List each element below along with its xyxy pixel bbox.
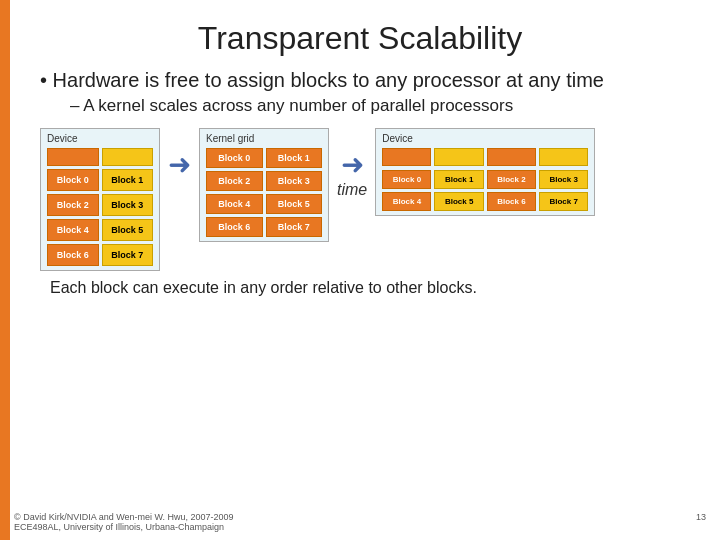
block-cell-sm: Block 1 <box>434 170 483 189</box>
dev-top-cell-2 <box>102 148 154 166</box>
block-cell: Block 5 <box>102 219 154 241</box>
kblock: Block 7 <box>266 217 323 237</box>
device-left: Device Block 0 Block 1 Block 2 Block 3 B… <box>40 128 160 271</box>
device-left-label: Device <box>47 133 153 144</box>
block-cell: Block 4 <box>47 219 99 241</box>
block-cell-sm: Block 4 <box>382 192 431 211</box>
time-arrow-section: ➜ time <box>337 128 367 203</box>
block-cell-sm: Block 2 <box>487 170 536 189</box>
block-cell-sm: Block 6 <box>487 192 536 211</box>
arrow-right: ➜ <box>341 128 364 181</box>
kblock: Block 0 <box>206 148 263 168</box>
slide: Transparent Scalability • Hardware is fr… <box>0 0 720 540</box>
dev-right-top-4 <box>539 148 588 166</box>
block-cell: Block 1 <box>102 169 154 191</box>
block-cell-sm: Block 7 <box>539 192 588 211</box>
dev-right-top-2 <box>434 148 483 166</box>
device-right: Device Block 0 Block 1 Block 2 Block 3 B… <box>375 128 595 216</box>
device-right-top <box>382 148 588 166</box>
footer: © David Kirk/NVIDIA and Wen-mei W. Hwu, … <box>14 512 706 532</box>
kernel-label: Kernel grid <box>206 133 322 144</box>
bottom-text: Each block can execute in any order rela… <box>50 279 680 297</box>
kblock: Block 5 <box>266 194 323 214</box>
block-cell: Block 6 <box>47 244 99 266</box>
device-left-top-row <box>47 148 153 166</box>
dev-right-top-3 <box>487 148 536 166</box>
kblock: Block 3 <box>266 171 323 191</box>
kblock: Block 1 <box>266 148 323 168</box>
block-cell: Block 7 <box>102 244 154 266</box>
footer-left: © David Kirk/NVIDIA and Wen-mei W. Hwu, … <box>14 512 234 532</box>
bullet-sub: – A kernel scales across any number of p… <box>70 96 680 116</box>
kblock: Block 4 <box>206 194 263 214</box>
block-cell: Block 0 <box>47 169 99 191</box>
dev-right-top-1 <box>382 148 431 166</box>
kblock: Block 2 <box>206 171 263 191</box>
device-right-row2: Block 4 Block 5 Block 6 Block 7 <box>382 192 588 211</box>
slide-title: Transparent Scalability <box>40 20 680 57</box>
block-cell: Block 2 <box>47 194 99 216</box>
block-cell: Block 3 <box>102 194 154 216</box>
bullet-main: • Hardware is free to assign blocks to a… <box>40 69 680 92</box>
device-left-blocks: Block 0 Block 1 Block 2 Block 3 Block 4 … <box>47 169 153 266</box>
time-label: time <box>337 181 367 199</box>
footer-right: 13 <box>696 512 706 532</box>
block-cell-sm: Block 5 <box>434 192 483 211</box>
kernel-box: Kernel grid Block 0 Block 1 Block 2 Bloc… <box>199 128 329 242</box>
kblock: Block 6 <box>206 217 263 237</box>
kernel-blocks: Block 0 Block 1 Block 2 Block 3 Block 4 … <box>206 148 322 237</box>
dev-top-cell-1 <box>47 148 99 166</box>
device-right-row1: Block 0 Block 1 Block 2 Block 3 <box>382 170 588 189</box>
bullet-section: • Hardware is free to assign blocks to a… <box>40 69 680 116</box>
device-right-label: Device <box>382 133 588 144</box>
arrow-left: ➜ <box>168 128 191 181</box>
diagram-area: Device Block 0 Block 1 Block 2 Block 3 B… <box>40 128 680 271</box>
block-cell-sm: Block 3 <box>539 170 588 189</box>
block-cell-sm: Block 0 <box>382 170 431 189</box>
